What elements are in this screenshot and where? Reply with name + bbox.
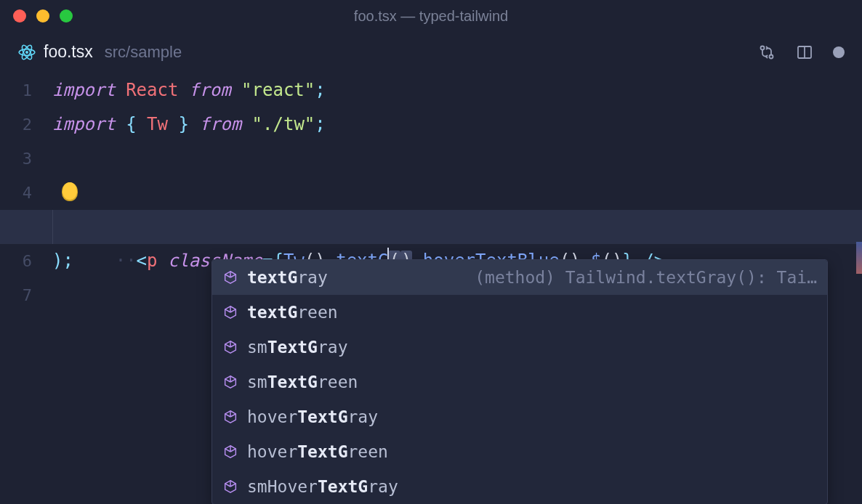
code-line[interactable]: export const Foo = () => ( <box>52 176 862 210</box>
line-number: 7 <box>0 278 32 312</box>
suggestion-item[interactable]: hoverTextGreen <box>212 434 827 469</box>
line-number: 6 <box>0 244 32 278</box>
code-line[interactable] <box>52 142 862 176</box>
string: "react" <box>241 80 315 100</box>
suggestion-detail: (method) Tailwind.textGray(): Tai… <box>475 268 817 287</box>
punct: ; <box>315 80 325 100</box>
method-icon <box>222 374 238 390</box>
method-icon <box>222 444 238 460</box>
keyword: from <box>189 80 231 100</box>
keyword: import <box>52 80 116 100</box>
title-bar: foo.tsx — typed-tailwind <box>0 0 862 32</box>
git-compare-icon[interactable] <box>757 43 776 62</box>
tab-filename: foo.tsx <box>44 42 93 62</box>
line-number-gutter: 1 2 3 4 5 6 7 <box>0 73 52 312</box>
suggestion-item[interactable]: smTextGray <box>212 330 827 365</box>
tab-filepath: src/sample <box>105 43 182 62</box>
method-icon <box>222 479 238 495</box>
suggestion-item[interactable]: textGreen <box>212 295 827 330</box>
overview-ruler[interactable] <box>856 242 862 274</box>
keyword: from <box>199 114 241 134</box>
suggestion-label: textGreen <box>247 303 338 322</box>
line-number: 3 <box>0 142 32 176</box>
suggestion-item[interactable]: smHoverTextGray <box>212 469 827 504</box>
suggestion-label: smHoverTextGray <box>247 477 398 496</box>
string: "./tw" <box>252 114 315 134</box>
code-line[interactable]: import { Tw } from "./tw"; <box>52 107 862 142</box>
punct: } <box>168 114 189 134</box>
active-tab[interactable]: foo.tsx src/sample <box>17 42 182 62</box>
punct: ; <box>315 114 325 134</box>
window-title: foo.tsx — typed-tailwind <box>0 8 862 25</box>
svg-point-5 <box>770 54 773 58</box>
line-number: 2 <box>0 107 32 142</box>
window-controls <box>13 9 73 23</box>
identifier: React <box>126 80 178 100</box>
intellisense-popup[interactable]: textGray (method) Tailwind.textGray(): T… <box>212 259 828 504</box>
punct: ); <box>52 251 73 271</box>
maximize-window-button[interactable] <box>60 9 73 23</box>
svg-point-4 <box>761 46 765 49</box>
suggestion-label: smTextGreen <box>247 373 358 391</box>
method-icon <box>222 304 238 320</box>
suggestion-label: textGray <box>247 268 328 287</box>
method-icon <box>222 339 238 355</box>
svg-point-0 <box>25 51 28 54</box>
unsaved-indicator-icon[interactable] <box>833 46 845 58</box>
split-editor-icon[interactable] <box>795 43 814 62</box>
line-number: 4 <box>0 176 32 210</box>
method-icon <box>222 269 238 285</box>
line-number: 1 <box>0 73 32 107</box>
code-line[interactable]: import React from "react"; <box>52 73 862 107</box>
lightbulb-icon[interactable] <box>63 182 77 200</box>
punct: { <box>126 114 147 134</box>
suggestion-label: hoverTextGreen <box>247 442 388 461</box>
suggestion-item-selected[interactable]: textGray (method) Tailwind.textGray(): T… <box>212 260 827 295</box>
suggestion-label: hoverTextGray <box>247 407 378 426</box>
suggestion-item[interactable]: hoverTextGray <box>212 399 827 434</box>
suggestion-item[interactable]: smTextGreen <box>212 365 827 399</box>
close-window-button[interactable] <box>13 9 26 23</box>
code-line-active[interactable]: ··<p className={Tw().textG().hoverTextBl… <box>52 210 862 244</box>
suggestion-label: smTextGray <box>247 338 348 357</box>
minimize-window-button[interactable] <box>36 9 49 23</box>
method-icon <box>222 409 238 425</box>
identifier: Tw <box>147 114 168 134</box>
editor-tab-bar: foo.tsx src/sample <box>0 32 862 73</box>
react-file-icon <box>17 43 36 62</box>
keyword: import <box>52 114 116 134</box>
indent-guide <box>52 210 53 244</box>
